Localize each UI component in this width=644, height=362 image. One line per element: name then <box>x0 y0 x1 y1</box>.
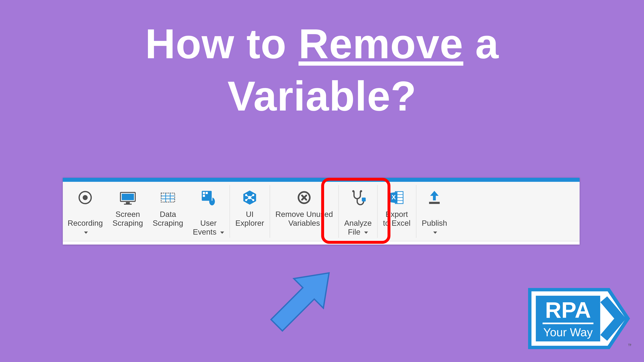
svg-text:X: X <box>392 194 396 201</box>
svg-rect-14 <box>203 195 205 197</box>
export-to-excel-button[interactable]: X Export to Excel <box>378 182 416 241</box>
title-prefix: How to <box>145 20 298 67</box>
user-events-button[interactable]: User Events <box>188 182 229 241</box>
svg-rect-5 <box>124 204 132 205</box>
ribbon-body: Recording Screen Scraping <box>63 182 580 241</box>
rpa-your-way-logo: RPA Your Way ™ <box>528 288 631 349</box>
logo-tm: ™ <box>628 343 631 349</box>
ui-explorer-button[interactable]: UI Explorer <box>230 182 269 241</box>
upload-icon <box>426 186 443 209</box>
remove-icon <box>295 186 313 209</box>
svg-point-30 <box>352 190 354 192</box>
screen-scraping-button[interactable]: Screen Scraping <box>108 182 148 241</box>
ribbon-top-bar <box>63 178 580 182</box>
pointer-arrow-icon <box>251 254 348 351</box>
publish-label: Publish <box>422 210 447 237</box>
excel-icon: X <box>388 186 406 209</box>
export-to-excel-label: Export to Excel <box>383 210 410 228</box>
data-scraping-button[interactable]: Data Scraping <box>148 182 188 241</box>
record-icon <box>76 186 94 209</box>
logo-line2: Your Way <box>544 326 593 339</box>
svg-point-31 <box>360 190 362 192</box>
data-scraping-label: Data Scraping <box>153 210 183 228</box>
svg-rect-40 <box>429 202 440 204</box>
dropdown-caret-icon <box>364 232 368 234</box>
svg-rect-3 <box>122 194 134 200</box>
dropdown-caret-icon <box>433 232 437 234</box>
recording-button[interactable]: Recording <box>63 182 108 241</box>
svg-rect-12 <box>203 192 205 194</box>
ui-explorer-label: UI Explorer <box>236 210 264 228</box>
screen-scraping-label: Screen Scraping <box>112 210 143 228</box>
publish-button[interactable]: Publish <box>417 182 452 241</box>
separator <box>270 185 270 238</box>
svg-rect-32 <box>362 198 366 201</box>
logo-line1: RPA <box>545 297 591 323</box>
remove-unused-variables-button[interactable]: Remove Unused Variables <box>271 182 338 241</box>
svg-rect-6 <box>161 193 175 202</box>
separator <box>377 185 378 238</box>
ui-explorer-icon <box>241 186 258 209</box>
svg-marker-41 <box>262 258 344 340</box>
table-icon <box>158 186 178 209</box>
remove-unused-variables-label: Remove Unused Variables <box>276 210 333 228</box>
separator <box>338 185 339 238</box>
analyze-file-button[interactable]: Analyze File <box>340 182 376 241</box>
svg-rect-4 <box>126 202 130 204</box>
stethoscope-icon <box>349 186 367 209</box>
events-icon <box>200 186 217 209</box>
recording-label: Recording <box>68 210 103 237</box>
svg-rect-13 <box>206 192 208 194</box>
svg-marker-39 <box>430 191 439 200</box>
svg-point-1 <box>83 195 88 200</box>
monitor-icon <box>118 186 138 209</box>
slide-title: How to Remove a Variable? <box>0 18 644 122</box>
ribbon-toolbar: Recording Screen Scraping <box>63 178 580 245</box>
separator <box>230 185 230 238</box>
title-underlined: Remove <box>298 20 463 67</box>
dropdown-caret-icon <box>220 232 224 234</box>
analyze-file-label: Analyze File <box>344 210 372 237</box>
dropdown-caret-icon <box>84 232 88 234</box>
separator <box>416 185 416 238</box>
user-events-label: User Events <box>193 210 224 237</box>
